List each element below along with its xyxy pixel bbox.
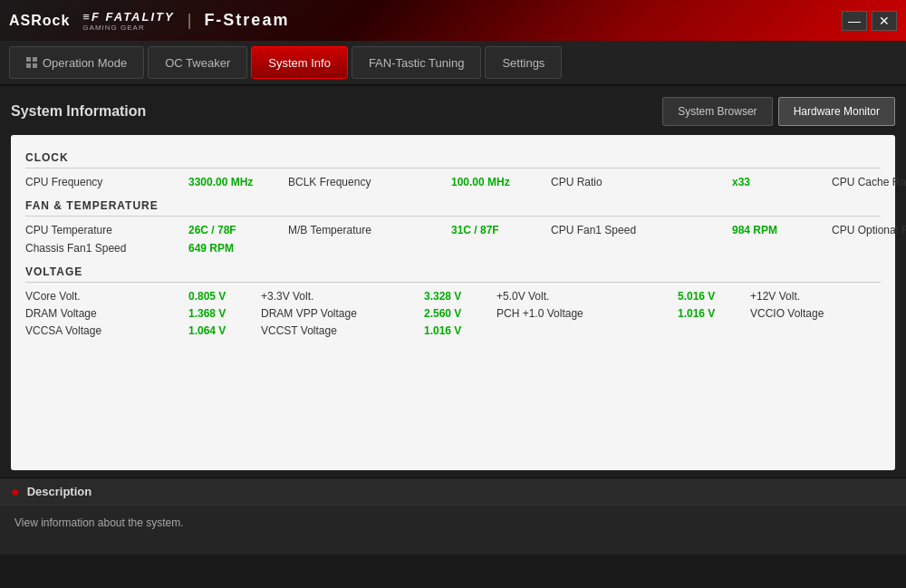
fatality-logo-group: ≡F FATALITY GAMING GEAR [82, 10, 174, 32]
5v-value: 5.016 V [678, 290, 750, 303]
3v3-value: 3.328 V [424, 290, 496, 303]
mb-temp-label: M/B Temperature [288, 224, 451, 236]
voltage-row-2: DRAM Voltage 1.368 V DRAM VPP Voltage 2.… [25, 307, 881, 320]
cpu-ratio-label: CPU Ratio [551, 176, 732, 188]
fan-row-2: Chassis Fan1 Speed 649 RPM [25, 242, 881, 255]
minimize-button[interactable]: — [842, 11, 867, 31]
voltage-row-1: VCore Volt. 0.805 V +3.3V Volt. 3.328 V … [25, 290, 881, 303]
chassis-fan1-label: Chassis Fan1 Speed [25, 242, 188, 255]
bclk-freq-value: 100.00 MHz [451, 176, 551, 188]
cpu-freq-label: CPU Frequency [25, 176, 188, 188]
tab-fan-tastic[interactable]: FAN-Tastic Tuning [352, 46, 482, 79]
cpu-temp-value: 26C / 78F [188, 224, 288, 236]
dram-vpp-value: 2.560 V [424, 307, 496, 320]
close-button[interactable]: ✕ [872, 11, 897, 31]
cpu-freq-value: 3300.00 MHz [188, 176, 288, 188]
sysinfo-buttons: System Browser Hardware Monitor [662, 97, 895, 126]
pch-value: 1.016 V [678, 307, 750, 320]
cpu-cache-ratio-label: CPU Cache Ratio [832, 176, 906, 188]
description-bar: ● Description [0, 477, 906, 505]
app-logo: ASRock ≡F FATALITY GAMING GEAR | F-Strea… [9, 10, 289, 32]
5v-label: +5.0V Volt. [496, 290, 678, 303]
tab-operation-mode[interactable]: Operation Mode [9, 46, 144, 79]
fan-section-title: FAN & TEMPERATURE [25, 199, 881, 217]
description-title: Description [27, 485, 92, 498]
vccsa-label: VCCSA Voltage [25, 324, 188, 337]
chassis-fan1-value: 649 RPM [188, 242, 288, 255]
vccsa-value: 1.064 V [188, 324, 261, 337]
vccst-value: 1.016 V [424, 324, 496, 337]
voltage-section-title: VOLTAGE [25, 265, 881, 283]
dram-volt-label: DRAM Voltage [25, 307, 188, 320]
cpu-temp-label: CPU Temperature [25, 224, 188, 236]
main-content: System Information System Browser Hardwa… [0, 86, 906, 477]
description-content: View information about the system. [0, 505, 906, 554]
vcore-label: VCore Volt. [25, 290, 188, 303]
dram-vpp-label: DRAM VPP Voltage [261, 307, 424, 320]
clock-section-title: CLOCK [25, 151, 881, 169]
tab-settings[interactable]: Settings [485, 46, 562, 79]
description-text: View information about the system. [14, 516, 184, 529]
asrock-logo-text: ASRock [9, 13, 70, 29]
cpu-opt-fan-label: CPU Optional Fan Speed [832, 224, 906, 236]
mb-temp-value: 31C / 87F [451, 224, 551, 236]
fatality-sub-text: GAMING GEAR [82, 24, 174, 32]
titlebar: ASRock ≡F FATALITY GAMING GEAR | F-Strea… [0, 0, 906, 41]
3v3-label: +3.3V Volt. [261, 290, 424, 303]
app-title: F-Stream [204, 11, 289, 30]
description-icon: ● [11, 484, 20, 500]
vcore-value: 0.805 V [188, 290, 261, 303]
sysinfo-header: System Information System Browser Hardwa… [11, 97, 895, 126]
clock-row-1: CPU Frequency 3300.00 MHz BCLK Frequency… [25, 176, 881, 188]
vccst-label: VCCST Voltage [261, 324, 424, 337]
tab-system-info[interactable]: System Info [251, 46, 348, 79]
info-panel: CLOCK CPU Frequency 3300.00 MHz BCLK Fre… [11, 135, 895, 470]
fan-row-1: CPU Temperature 26C / 78F M/B Temperatur… [25, 224, 881, 236]
window-controls: — ✕ [842, 11, 897, 31]
system-browser-button[interactable]: System Browser [662, 97, 772, 126]
hardware-monitor-button[interactable]: Hardware Monitor [778, 97, 895, 126]
tab-oc-tweaker[interactable]: OC Tweaker [148, 46, 247, 79]
vccio-label: VCCIO Voltage [750, 307, 906, 320]
cpu-ratio-value: x33 [732, 176, 832, 188]
navbar: Operation Mode OC Tweaker System Info FA… [0, 41, 906, 86]
page-title: System Information [11, 103, 146, 120]
pch-label: PCH +1.0 Voltage [496, 307, 678, 320]
cpu-fan1-value: 984 RPM [732, 224, 832, 236]
grid-icon [26, 57, 37, 68]
voltage-row-3: VCCSA Voltage 1.064 V VCCST Voltage 1.01… [25, 324, 881, 337]
dram-volt-value: 1.368 V [188, 307, 261, 320]
bclk-freq-label: BCLK Frequency [288, 176, 451, 188]
fatality-logo-text: ≡F FATALITY [82, 10, 174, 24]
12v-label: +12V Volt. [750, 290, 906, 303]
cpu-fan1-label: CPU Fan1 Speed [551, 224, 732, 236]
title-separator: | [188, 11, 192, 30]
